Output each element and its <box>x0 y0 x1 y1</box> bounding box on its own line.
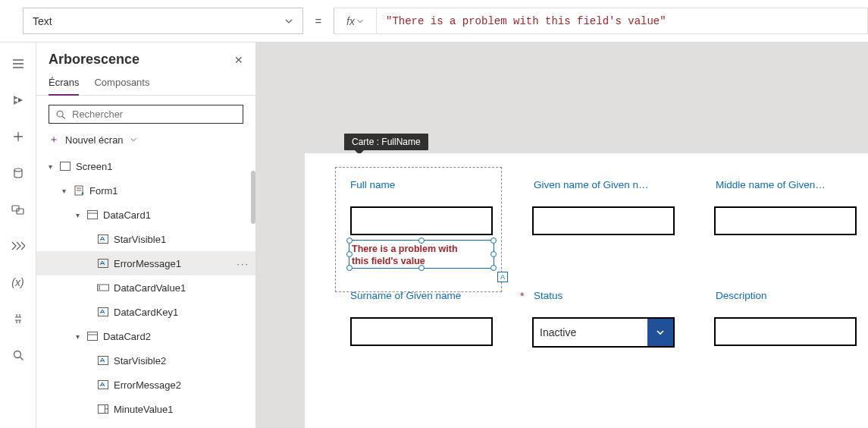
textinput-icon <box>97 282 109 294</box>
tab-components[interactable]: Composants <box>94 71 149 95</box>
tree-view-icon[interactable] <box>9 91 27 109</box>
main-area: (x) Arborescence ✕ Écrans Composants ＋ N… <box>0 42 868 428</box>
tree-node-form1[interactable]: ▾ Form1 <box>36 178 255 203</box>
tree-label: DataCardValue1 <box>114 282 186 294</box>
chevron-down-icon: ▾ <box>59 187 68 195</box>
svg-rect-12 <box>88 332 98 341</box>
flows-icon[interactable] <box>9 237 27 255</box>
svg-point-3 <box>14 351 20 358</box>
tree-node-screen1[interactable]: ▾ Screen1 <box>36 154 255 178</box>
label-icon <box>97 233 109 245</box>
svg-rect-5 <box>61 162 71 171</box>
insert-icon[interactable] <box>9 127 27 146</box>
search-icon <box>55 109 66 120</box>
tree-scrollbar[interactable] <box>251 171 255 224</box>
form-icon <box>73 184 85 197</box>
plus-icon: ＋ <box>49 133 59 146</box>
property-selector-value: Text <box>33 15 52 27</box>
search-input[interactable] <box>72 109 237 120</box>
tree-label: DataCard1 <box>103 209 151 221</box>
label-surname[interactable]: Surname of Given name <box>350 290 461 301</box>
property-selector[interactable]: Text <box>23 8 303 34</box>
chevron-down-icon: ▾ <box>45 162 55 171</box>
dropdown-icon <box>97 403 109 415</box>
input-middlename[interactable] <box>714 206 857 235</box>
tree-node-errormessage1[interactable]: ErrorMessage1 ··· <box>36 251 255 275</box>
tree-label: DataCard2 <box>103 331 151 342</box>
tree-title: Arborescence <box>49 52 139 68</box>
input-description[interactable] <box>714 317 857 346</box>
input-surname[interactable] <box>350 317 493 346</box>
new-screen-button[interactable]: ＋ Nouvel écran <box>36 130 255 154</box>
label-icon <box>97 257 109 269</box>
input-givenname[interactable] <box>532 206 675 235</box>
tree-list: ▾ Screen1 ▾ Form1 ▾ DataCard1 StarVisibl… <box>36 154 255 428</box>
tree-label: Screen1 <box>76 161 112 172</box>
close-icon[interactable]: ✕ <box>234 54 243 66</box>
chevron-down-icon <box>284 17 293 26</box>
chevron-down-icon <box>647 319 673 346</box>
card-tooltip: Carte : FullName <box>344 134 428 150</box>
combo-status-value: Inactive <box>534 326 647 338</box>
tree-search[interactable] <box>49 105 243 124</box>
combo-status[interactable]: Inactive <box>532 317 675 348</box>
fx-button[interactable]: fx <box>334 8 377 33</box>
formula-input-wrap: fx "There is a problem with this field's… <box>334 8 868 34</box>
label-icon <box>97 354 109 367</box>
tree-node-datacardkey1[interactable]: DataCardKey1 <box>36 300 255 324</box>
card-icon <box>86 209 99 221</box>
tree-panel: Arborescence ✕ Écrans Composants ＋ Nouve… <box>36 42 256 428</box>
equals-label: = <box>309 8 327 34</box>
svg-point-0 <box>14 168 22 172</box>
svg-point-4 <box>57 111 63 117</box>
label-icon <box>97 306 109 318</box>
formula-text[interactable]: "There is a problem with this field's va… <box>377 15 867 27</box>
more-icon[interactable]: ··· <box>237 258 249 269</box>
accessibility-badge[interactable]: A <box>497 272 508 282</box>
label-givenname[interactable]: Given name of Given n… <box>534 179 649 190</box>
tools-icon[interactable] <box>9 310 27 328</box>
tree-label: ErrorMessage2 <box>114 379 181 391</box>
media-icon[interactable] <box>9 200 27 219</box>
tree-label: MinuteValue1 <box>114 404 174 415</box>
tree-label: ErrorMessage1 <box>114 258 181 269</box>
tree-label: DataCardKey1 <box>114 307 178 318</box>
chevron-down-icon: ▾ <box>73 332 82 341</box>
svg-rect-7 <box>88 211 98 219</box>
label-icon <box>97 379 109 391</box>
tree-label: StarVisible2 <box>114 355 166 367</box>
card-icon <box>86 330 99 342</box>
canvas-viewport: Carte : FullName Full name A There is a … <box>256 42 868 428</box>
label-fullname[interactable]: Full name <box>350 179 395 190</box>
screen-canvas[interactable]: Full name A There is a problem withthis … <box>305 153 868 428</box>
required-star-icon: * <box>520 290 524 302</box>
tree-label: Form1 <box>89 185 118 197</box>
screen-icon <box>59 160 71 172</box>
data-icon[interactable] <box>9 164 27 182</box>
new-screen-label: Nouvel écran <box>65 134 124 146</box>
tree-tabs: Écrans Composants <box>36 71 255 96</box>
tree-node-starvisible1[interactable]: StarVisible1 <box>36 227 255 251</box>
label-description[interactable]: Description <box>716 290 767 301</box>
tree-node-starvisible2[interactable]: StarVisible2 <box>36 348 255 373</box>
tree-node-datacardvalue1[interactable]: DataCardValue1 <box>36 275 255 300</box>
tree-header: Arborescence ✕ <box>36 42 255 71</box>
tree-node-datacard1[interactable]: ▾ DataCard1 <box>36 203 255 227</box>
tree-label: StarVisible1 <box>114 234 166 245</box>
search-icon[interactable] <box>9 346 27 364</box>
hamburger-icon[interactable] <box>9 55 27 73</box>
chevron-down-icon <box>130 136 137 143</box>
input-fullname[interactable] <box>350 206 493 235</box>
tree-node-minutevalue1[interactable]: MinuteValue1 <box>36 397 255 421</box>
chevron-down-icon: ▾ <box>73 211 82 219</box>
label-status[interactable]: Status <box>534 290 562 301</box>
formula-bar: Text = fx "There is a problem with this … <box>0 0 868 42</box>
error-message-text[interactable]: There is a problem withthis field's valu… <box>352 243 491 268</box>
tree-node-errormessage2[interactable]: ErrorMessage2 <box>36 373 255 397</box>
left-rail: (x) <box>0 42 36 428</box>
tree-node-datacard2[interactable]: ▾ DataCard2 <box>36 324 255 348</box>
variables-icon[interactable]: (x) <box>9 273 27 291</box>
label-middlename[interactable]: Middle name of Given… <box>716 179 826 190</box>
tab-screens[interactable]: Écrans <box>49 71 79 96</box>
